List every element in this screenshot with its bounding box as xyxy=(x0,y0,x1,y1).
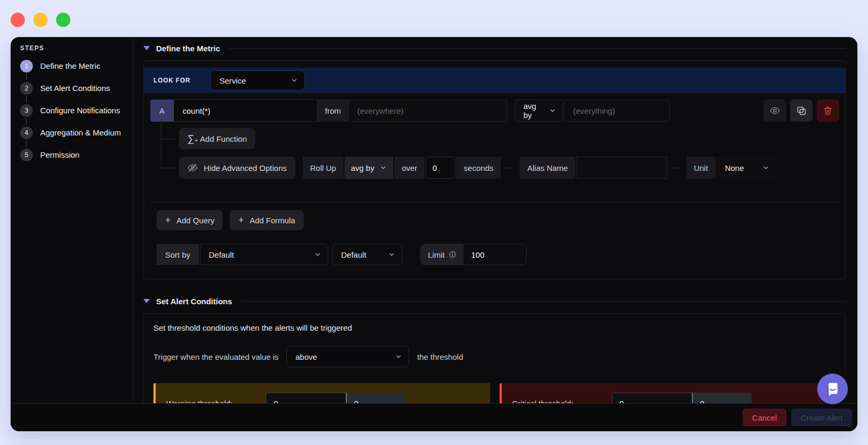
connector-line xyxy=(161,168,176,168)
limit-label: Limit xyxy=(428,250,445,259)
unit-select[interactable]: None xyxy=(717,157,776,179)
add-function-button[interactable]: ∑+ Add Function xyxy=(179,128,255,149)
create-alert-button[interactable]: Create Alert xyxy=(791,408,852,426)
section-title: Define the Metric xyxy=(156,44,220,53)
alert-creation-window: STEPS 1 Define the Metric 2 Set Alert Co… xyxy=(11,37,857,431)
chevron-down-icon xyxy=(395,353,402,360)
step-define-the-metric[interactable]: 1 Define the Metric xyxy=(20,59,123,72)
rollup-operator-select[interactable]: avg by xyxy=(345,157,393,179)
steps-heading: STEPS xyxy=(20,44,123,52)
step-number-badge: 1 xyxy=(20,60,33,72)
sort-secondary-select[interactable]: Default xyxy=(332,244,402,265)
maximize-button[interactable] xyxy=(56,13,70,27)
add-query-button[interactable]: + Add Query xyxy=(157,210,223,230)
query-row-a: A from avg by xyxy=(150,99,839,122)
section-title: Set Alert Conditions xyxy=(156,297,232,306)
close-button[interactable] xyxy=(11,13,25,27)
collapse-triangle-icon[interactable] xyxy=(143,299,150,303)
eye-icon xyxy=(770,105,780,116)
look-for-select[interactable]: Service xyxy=(211,70,305,90)
unit-label: Unit xyxy=(686,157,716,179)
metric-builder-card: LOOK FOR Service A from avg by xyxy=(143,60,846,279)
chevron-down-icon xyxy=(762,164,770,171)
critical-threshold-value-input[interactable] xyxy=(612,393,692,403)
critical-threshold-secondary-input[interactable] xyxy=(692,393,752,403)
alert-conditions-card: Set threshold conditions when the alerts… xyxy=(143,313,846,403)
critical-threshold-label: Critical threshold: xyxy=(512,399,612,404)
warning-threshold-label: Warning threshold: xyxy=(166,399,266,404)
sort-primary-select[interactable]: Default xyxy=(200,244,328,265)
alias-group: Alias Name xyxy=(520,157,667,179)
collapse-triangle-icon[interactable] xyxy=(143,46,150,50)
sort-row: Sort by Default Default Limit xyxy=(150,230,839,279)
warning-threshold-value-input[interactable] xyxy=(266,393,346,403)
rollup-operator-value: avg by xyxy=(351,164,374,172)
trigger-row: Trigger when the evaluated value is abov… xyxy=(153,346,836,367)
sort-secondary-value: Default xyxy=(341,250,367,259)
delete-query-button[interactable] xyxy=(817,99,839,122)
trash-icon xyxy=(822,105,833,116)
spacer xyxy=(670,99,760,122)
step-aggregation-medium[interactable]: 4 Aggregation & Medium xyxy=(20,126,123,139)
unit-value: None xyxy=(725,164,744,172)
section-divider xyxy=(241,301,846,302)
critical-threshold-box: Critical threshold: xyxy=(500,383,836,403)
add-formula-button[interactable]: + Add Formula xyxy=(230,210,303,230)
add-query-label: Add Query xyxy=(177,216,215,225)
step-set-alert-conditions[interactable]: 2 Set Alert Conditions xyxy=(20,81,123,95)
step-permission[interactable]: 5 Permission xyxy=(20,148,123,161)
sigma-plus-icon: ∑+ xyxy=(187,134,194,143)
minimize-button[interactable] xyxy=(33,13,48,27)
trigger-operator-value: above xyxy=(295,352,317,361)
info-icon xyxy=(449,251,456,258)
trigger-operator-select[interactable]: above xyxy=(286,346,409,367)
copy-icon xyxy=(796,105,807,116)
alias-name-input[interactable] xyxy=(576,157,667,179)
aggregation-operator-value: avg by xyxy=(523,102,544,120)
chevron-down-icon xyxy=(379,164,387,171)
query-actions-row: + Add Query + Add Formula xyxy=(150,203,839,230)
limit-group: Limit xyxy=(420,244,527,265)
conditions-description: Set threshold conditions when the alerts… xyxy=(153,323,836,332)
step-label: Define the Metric xyxy=(40,61,100,70)
step-number-badge: 5 xyxy=(20,149,33,161)
warning-threshold-secondary-input[interactable] xyxy=(346,393,405,403)
alias-label: Alias Name xyxy=(520,157,575,179)
hide-advanced-options-label: Hide Advanced Options xyxy=(204,164,287,172)
add-function-label: Add Function xyxy=(200,134,247,143)
look-for-value: Service xyxy=(220,76,246,85)
step-label: Permission xyxy=(40,150,79,159)
step-label: Configure Notifications xyxy=(40,106,120,115)
aggregation-operator-select[interactable]: avg by xyxy=(514,99,563,122)
hide-advanced-options-button[interactable]: Hide Advanced Options xyxy=(179,157,295,179)
query-sub-rows: ∑+ Add Function Hide xyxy=(161,122,839,179)
group-by-input[interactable] xyxy=(564,99,670,122)
step-configure-notifications[interactable]: 3 Configure Notifications xyxy=(20,104,123,117)
rollup-interval-input[interactable] xyxy=(426,157,455,179)
chevron-down-icon xyxy=(549,107,556,114)
footer-bar: Cancel Create Alert xyxy=(11,403,857,431)
advanced-options-row: Hide Advanced Options Roll Up avg by ove… xyxy=(179,157,839,179)
sort-by-label: Sort by xyxy=(157,244,199,265)
from-filter-input[interactable] xyxy=(348,99,507,122)
cancel-button[interactable]: Cancel xyxy=(743,408,786,426)
window-controls xyxy=(11,13,70,27)
rollup-label: Roll Up xyxy=(303,157,343,179)
add-formula-label: Add Formula xyxy=(250,216,295,225)
step-label: Set Alert Conditions xyxy=(40,84,110,93)
rollup-group: Roll Up avg by over seconds xyxy=(303,157,501,179)
threshold-row: Warning threshold: Critical threshold: xyxy=(153,383,836,403)
chat-bubble-icon xyxy=(825,381,840,397)
plus-icon: + xyxy=(165,215,171,225)
window-body: STEPS 1 Define the Metric 2 Set Alert Co… xyxy=(11,37,857,403)
limit-input[interactable] xyxy=(464,244,526,265)
steps-sidebar: STEPS 1 Define the Metric 2 Set Alert Co… xyxy=(11,37,133,403)
trigger-prefix-text: Trigger when the evaluated value is xyxy=(153,352,278,361)
chevron-down-icon xyxy=(314,251,321,258)
duplicate-query-button[interactable] xyxy=(790,99,812,122)
metric-input[interactable] xyxy=(174,99,318,122)
chat-support-button[interactable] xyxy=(817,374,848,404)
chevron-down-icon xyxy=(388,251,395,258)
preview-query-button[interactable] xyxy=(764,99,786,122)
connector-line xyxy=(161,139,176,139)
